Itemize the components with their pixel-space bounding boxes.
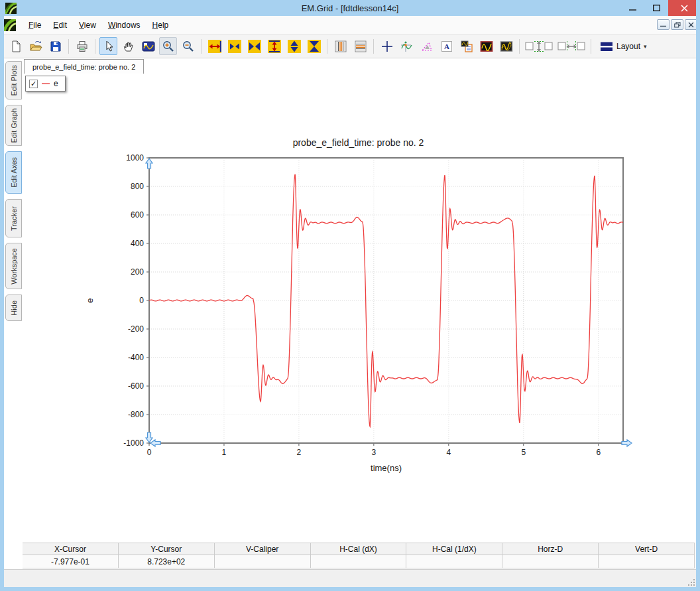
y-tick-label: -800 <box>128 410 144 419</box>
maximize-button[interactable] <box>644 0 668 16</box>
document-tab[interactable]: probe_e_field_time: probe no. 2 <box>24 59 144 74</box>
layout-button[interactable]: Layout▾ <box>595 37 652 55</box>
sidebar-tab-edit-graph[interactable]: Edit Graph <box>5 105 22 146</box>
expand-y-icon <box>268 40 281 53</box>
new-button[interactable] <box>7 37 25 55</box>
cursor-value-h-cal-1-dx- <box>406 555 502 568</box>
toolbar-separator <box>591 39 591 54</box>
show-curve-button[interactable] <box>477 37 495 55</box>
menu-edit[interactable]: Edit <box>47 18 73 33</box>
shrink-x-button[interactable] <box>245 37 263 55</box>
chart-area[interactable]: 012345610008006004002000-200-400-600-800… <box>66 125 650 483</box>
y-axis-label: e <box>85 298 95 302</box>
axis-handle-left-icon <box>150 440 160 446</box>
cursor-header-y-cursor: Y-Cursor <box>119 543 215 555</box>
zoom-out-icon <box>182 40 195 53</box>
horizontal-markers-icon <box>354 40 367 53</box>
axis-handle-top-icon <box>146 159 152 168</box>
cross-marker-icon <box>380 40 394 53</box>
y-tick-label: 800 <box>131 182 144 191</box>
expand-y-button[interactable] <box>265 37 283 55</box>
toolbar-separator <box>95 39 95 54</box>
expand-x-icon <box>208 40 221 53</box>
space-vertically-icon <box>524 40 554 53</box>
resize-grip[interactable] <box>687 578 695 586</box>
layout-icon <box>600 40 613 53</box>
caliper-button[interactable] <box>418 37 436 55</box>
zoom-window-button[interactable] <box>139 37 157 55</box>
plot-report-button[interactable] <box>457 37 475 55</box>
dropdown-caret-icon: ▾ <box>644 43 647 50</box>
print-button[interactable] <box>73 37 91 55</box>
cursor-value-x-cursor: -7.977e-01 <box>23 555 119 568</box>
show-curve-icon <box>480 40 493 53</box>
cursor-header-h-cal-1-dx-: H-Cal (1/dX) <box>406 543 502 555</box>
shrink-y-button[interactable] <box>305 37 323 55</box>
close-button[interactable] <box>668 0 700 16</box>
menu-file[interactable]: File <box>23 18 47 33</box>
menu-windows[interactable]: Windows <box>102 18 146 33</box>
y-tick-label: 400 <box>131 239 144 248</box>
layout-label: Layout <box>616 42 640 51</box>
menu-help[interactable]: Help <box>146 18 175 33</box>
space-horizontally-button[interactable] <box>556 37 587 55</box>
toolbar-separator <box>519 39 520 54</box>
expand-x-button[interactable] <box>205 37 223 55</box>
mdi-restore-button[interactable] <box>671 19 683 30</box>
y-tick-label: 1000 <box>126 153 144 163</box>
stretch-x-button[interactable] <box>225 37 243 55</box>
toolbar-separator <box>68 39 69 54</box>
sidebar-tab-workspace[interactable]: Workspace <box>5 243 22 289</box>
y-tick-label: 600 <box>131 210 144 220</box>
show-curves-button[interactable] <box>497 37 515 55</box>
horizontal-markers-button[interactable] <box>351 37 369 55</box>
stretch-y-button[interactable] <box>285 37 303 55</box>
menu-view[interactable]: View <box>73 18 102 33</box>
cursor-value-horz-d <box>502 555 599 568</box>
app-window: EM.Grid - [fdtdlesson14c] FileEditViewWi… <box>0 0 700 591</box>
svg-text:A: A <box>444 42 449 50</box>
vertical-markers-button[interactable] <box>331 37 349 55</box>
stretch-x-icon <box>228 40 241 53</box>
mdi-minimize-button[interactable] <box>657 19 670 30</box>
space-horizontally-icon <box>557 40 586 53</box>
tracker-icon <box>400 40 414 53</box>
open-button[interactable] <box>27 37 44 55</box>
shrink-x-icon <box>248 40 261 53</box>
annotation-button[interactable]: A <box>438 37 455 55</box>
plot-workspace: Edit PlotsEdit GraphEdit AxesTrackerWork… <box>4 58 696 565</box>
space-vertically-button[interactable] <box>524 37 554 55</box>
zoom-window-icon <box>142 40 155 53</box>
new-icon <box>9 40 23 53</box>
pan-button[interactable] <box>119 37 137 55</box>
show-curves-icon <box>500 40 513 53</box>
legend-series-swatch <box>42 83 50 84</box>
x-tick-label: 3 <box>372 448 377 457</box>
cross-marker-button[interactable] <box>378 37 396 55</box>
cursor-value-v-caliper <box>215 555 311 568</box>
x-tick-label: 0 <box>147 448 152 457</box>
status-bar <box>4 569 696 587</box>
menubar: FileEditViewWindowsHelp <box>0 16 700 34</box>
minimize-button[interactable] <box>620 0 644 16</box>
sidebar-tab-edit-axes[interactable]: Edit Axes <box>5 151 22 194</box>
sidebar-tab-hide[interactable]: Hide <box>5 295 22 321</box>
app-logo-icon <box>4 19 16 31</box>
vertical-markers-icon <box>334 40 347 53</box>
legend-series-label: e <box>54 79 58 88</box>
sidebar-tab-edit-plots[interactable]: Edit Plots <box>5 61 22 99</box>
toolbar-separator <box>373 39 374 54</box>
legend-checkbox[interactable]: ✓ <box>29 80 38 88</box>
mdi-close-button[interactable] <box>685 19 697 30</box>
tracker-button[interactable] <box>398 37 416 55</box>
axis-handle-bottom-icon <box>146 432 152 442</box>
y-tick-label: -200 <box>128 324 144 334</box>
pointer-button[interactable] <box>99 37 117 55</box>
zoom-out-button[interactable] <box>179 37 197 55</box>
pointer-icon <box>102 40 115 53</box>
x-tick-label: 2 <box>297 448 302 457</box>
zoom-in-button[interactable] <box>159 37 177 55</box>
x-tick-label: 4 <box>446 448 451 457</box>
sidebar-tab-tracker[interactable]: Tracker <box>5 199 22 237</box>
save-button[interactable] <box>46 37 64 55</box>
